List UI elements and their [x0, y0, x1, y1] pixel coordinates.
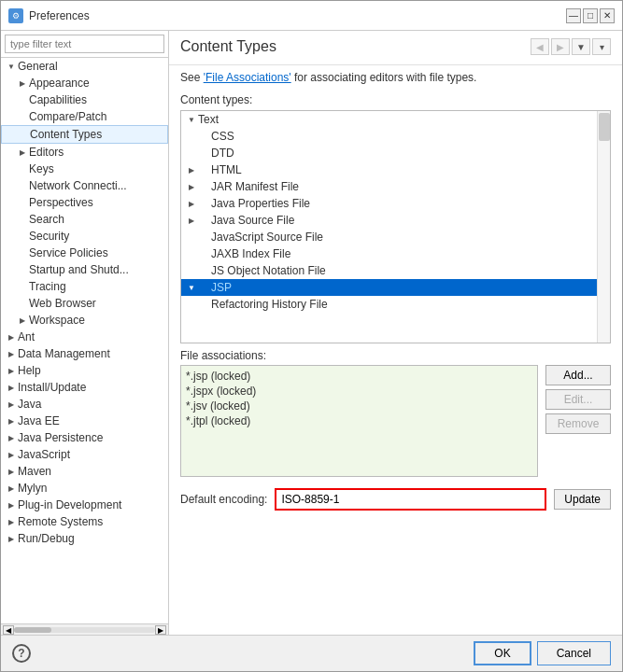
remove-button[interactable]: Remove	[545, 413, 611, 434]
sidebar-scrollbar[interactable]: ◀ ▶	[1, 623, 168, 635]
sidebar-item-mylyn[interactable]: Mylyn	[1, 480, 168, 497]
sidebar-item-label: Ant	[18, 330, 35, 343]
scroll-right-button[interactable]: ▶	[155, 625, 166, 635]
sidebar-item-service-policies[interactable]: Service Policies	[1, 245, 168, 261]
content-type-label: JSP	[198, 281, 232, 294]
sidebar-item-label: Help	[18, 364, 41, 377]
sidebar-item-data-mgmt[interactable]: Data Management	[1, 345, 168, 362]
sidebar-item-maven[interactable]: Maven	[1, 463, 168, 480]
sidebar-item-label: Security	[29, 230, 69, 243]
sidebar-item-network[interactable]: Network Connecti...	[1, 177, 168, 194]
sidebar-item-general[interactable]: General	[1, 58, 168, 75]
content-type-label: Java Properties File	[198, 197, 310, 210]
sidebar: General Appearance Capabilities Compare/…	[1, 31, 169, 635]
content-type-jaxb[interactable]: JAXB Index File	[181, 245, 610, 262]
sidebar-item-label: Content Types	[30, 128, 102, 141]
content-type-label: DTD	[211, 147, 234, 160]
chevron-icon	[5, 330, 18, 343]
sidebar-item-javascript[interactable]: JavaScript	[1, 446, 168, 463]
sidebar-item-label: Appearance	[29, 77, 90, 90]
sidebar-item-security[interactable]: Security	[1, 228, 168, 245]
sidebar-item-plugin-dev[interactable]: Plug-in Development	[1, 497, 168, 513]
sidebar-item-web-browser[interactable]: Web Browser	[1, 295, 168, 312]
window-title: Preferences	[29, 9, 90, 22]
sidebar-item-content-types[interactable]: Content Types	[1, 125, 168, 144]
edit-button[interactable]: Edit...	[545, 389, 611, 410]
content-types-tree: Text CSS DTD HTML JAR Manifest File	[180, 110, 611, 343]
nav-down-button[interactable]: ▼	[572, 38, 590, 55]
chevron-icon	[16, 146, 29, 159]
content-type-java-properties[interactable]: Java Properties File	[181, 195, 610, 212]
sidebar-item-tracing[interactable]: Tracing	[1, 278, 168, 295]
chevron-icon	[16, 280, 29, 293]
content-type-refactoring[interactable]: Refactoring History File	[181, 296, 610, 313]
file-associations-link[interactable]: 'File Associations'	[204, 71, 291, 84]
sidebar-item-editors[interactable]: Editors	[1, 144, 168, 161]
sidebar-item-label: Compare/Patch	[29, 110, 106, 123]
content-type-javascript-source[interactable]: JavaScript Source File	[181, 229, 610, 245]
sidebar-item-capabilities[interactable]: Capabilities	[1, 91, 168, 108]
list-item: *.jspx (locked)	[184, 384, 534, 399]
content-types-label: Content types:	[169, 90, 622, 110]
sidebar-item-search[interactable]: Search	[1, 211, 168, 228]
filter-input[interactable]	[5, 35, 164, 53]
content-type-label: JAXB Index File	[211, 247, 290, 260]
content-type-jar-manifest[interactable]: JAR Manifest File	[181, 178, 610, 195]
content-type-jsp[interactable]: JSP	[181, 279, 610, 296]
cancel-button[interactable]: Cancel	[537, 641, 611, 665]
file-assoc-list: *.jsp (locked) *.jspx (locked) *.jsv (lo…	[180, 365, 538, 477]
content-type-css[interactable]: CSS	[181, 128, 610, 145]
encoding-input[interactable]	[275, 488, 546, 511]
scroll-left-button[interactable]: ◀	[3, 625, 14, 635]
content-type-html[interactable]: HTML	[181, 161, 610, 178]
chevron-icon	[5, 60, 18, 73]
chevron-icon	[16, 314, 29, 327]
chevron-icon	[185, 183, 198, 191]
nav-menu-button[interactable]: ▾	[592, 38, 611, 55]
sidebar-item-label: Java	[18, 398, 41, 411]
sidebar-item-help[interactable]: Help	[1, 362, 168, 379]
main-content: General Appearance Capabilities Compare/…	[1, 31, 622, 635]
add-button[interactable]: Add...	[545, 365, 611, 385]
sidebar-item-install-update[interactable]: Install/Update	[1, 379, 168, 396]
ok-button[interactable]: OK	[474, 641, 531, 665]
close-button[interactable]: ✕	[600, 8, 615, 23]
minimize-button[interactable]: —	[566, 8, 581, 23]
content-types-scrollbar[interactable]	[597, 111, 610, 343]
content-type-java-source[interactable]: Java Source File	[181, 212, 610, 229]
content-type-js-object[interactable]: JS Object Notation File	[181, 262, 610, 279]
update-button[interactable]: Update	[554, 489, 611, 510]
sidebar-item-remote-systems[interactable]: Remote Systems	[1, 513, 168, 530]
sidebar-item-perspectives[interactable]: Perspectives	[1, 194, 168, 211]
list-item: *.jsv (locked)	[184, 399, 534, 413]
sidebar-item-label: Workspace	[29, 314, 85, 327]
help-button[interactable]: ?	[12, 644, 31, 663]
sidebar-item-ant[interactable]: Ant	[1, 329, 168, 345]
sidebar-item-java[interactable]: Java	[1, 396, 168, 413]
sidebar-item-compare-patch[interactable]: Compare/Patch	[1, 108, 168, 125]
content-type-text[interactable]: Text	[181, 111, 610, 128]
bottom-buttons: OK Cancel	[474, 641, 611, 665]
title-bar-buttons: — □ ✕	[566, 8, 615, 23]
maximize-button[interactable]: □	[583, 8, 598, 23]
sidebar-item-label: Java Persistence	[18, 431, 103, 444]
sidebar-item-keys[interactable]: Keys	[1, 161, 168, 177]
content-type-dtd[interactable]: DTD	[181, 145, 610, 161]
nav-back-button[interactable]: ◀	[531, 38, 549, 55]
sidebar-item-startup[interactable]: Startup and Shutd...	[1, 261, 168, 278]
panel-nav: ◀ ▶ ▼ ▾	[531, 38, 611, 55]
chevron-icon	[5, 465, 18, 478]
sidebar-item-java-persistence[interactable]: Java Persistence	[1, 429, 168, 446]
sidebar-item-workspace[interactable]: Workspace	[1, 312, 168, 329]
window-icon: ⚙	[8, 8, 23, 23]
sidebar-item-appearance[interactable]: Appearance	[1, 75, 168, 91]
sidebar-item-java-ee[interactable]: Java EE	[1, 413, 168, 429]
sidebar-item-label: Plug-in Development	[18, 498, 121, 511]
sidebar-item-run-debug[interactable]: Run/Debug	[1, 530, 168, 547]
title-bar-left: ⚙ Preferences	[8, 8, 90, 23]
nav-forward-button[interactable]: ▶	[551, 38, 570, 55]
sidebar-item-label: Tracing	[29, 280, 66, 293]
sidebar-item-label: Editors	[29, 146, 64, 159]
chevron-icon	[5, 381, 18, 394]
sidebar-item-label: Service Policies	[29, 246, 108, 259]
